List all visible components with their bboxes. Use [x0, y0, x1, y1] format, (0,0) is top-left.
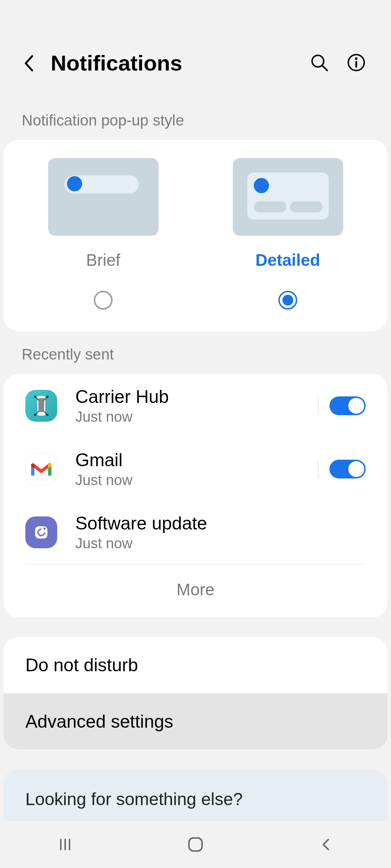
detailed-label: Detailed — [256, 250, 320, 270]
detailed-radio[interactable] — [278, 291, 297, 310]
page-title: Notifications — [51, 51, 310, 76]
advanced-settings-row[interactable]: Advanced settings — [4, 694, 387, 749]
more-button[interactable]: More — [25, 564, 366, 617]
info-icon — [347, 53, 366, 72]
home-nav-button[interactable] — [183, 832, 208, 857]
divider — [318, 460, 319, 478]
search-button[interactable] — [310, 53, 329, 73]
software-update-icon — [25, 516, 57, 548]
carrier-hub-icon — [25, 390, 57, 422]
header-actions — [310, 53, 366, 73]
app-row-carrier-hub[interactable]: Carrier Hub Just now — [4, 374, 387, 437]
app-name: Gmail — [75, 450, 307, 471]
divider — [318, 397, 319, 415]
app-name: Carrier Hub — [75, 386, 307, 407]
detailed-preview — [233, 158, 343, 236]
popup-style-card: Brief Detailed — [4, 140, 387, 331]
header: Notifications — [0, 0, 391, 97]
search-icon — [310, 53, 329, 72]
do-not-disturb-row[interactable]: Do not disturb — [4, 637, 387, 694]
toggle-gmail[interactable] — [329, 460, 366, 478]
recents-icon — [58, 837, 72, 852]
popup-option-detailed[interactable]: Detailed — [203, 158, 373, 310]
app-time: Just now — [75, 409, 307, 425]
brief-preview — [48, 158, 159, 236]
popup-option-brief[interactable]: Brief — [18, 158, 188, 310]
svg-point-3 — [355, 57, 358, 60]
recently-sent-section-label: Recently sent — [0, 331, 391, 374]
settings-card: Do not disturb Advanced settings — [4, 637, 387, 749]
info-button[interactable] — [347, 53, 366, 73]
app-time: Just now — [75, 472, 307, 488]
back-nav-button[interactable] — [313, 832, 339, 857]
back-nav-icon — [320, 837, 331, 852]
recents-nav-button[interactable] — [52, 832, 78, 857]
brief-radio[interactable] — [94, 291, 113, 310]
back-button[interactable] — [22, 56, 36, 71]
toggle-carrier-hub[interactable] — [329, 396, 366, 415]
app-row-gmail[interactable]: Gmail Just now — [4, 437, 387, 501]
recently-sent-card: Carrier Hub Just now Gmail Just now — [4, 374, 387, 617]
brief-label: Brief — [86, 250, 121, 270]
svg-rect-22 — [189, 838, 202, 851]
app-time: Just now — [75, 535, 366, 552]
app-row-software-update[interactable]: Software update Just now — [4, 501, 387, 564]
app-name: Software update — [75, 513, 366, 534]
svg-rect-6 — [38, 398, 44, 412]
svg-line-1 — [322, 65, 327, 71]
chevron-left-icon — [24, 55, 34, 72]
system-nav-bar — [0, 821, 391, 868]
popup-style-section-label: Notification pop-up style — [0, 97, 391, 140]
gmail-icon — [25, 453, 57, 485]
home-icon — [187, 836, 204, 853]
footer-question: Looking for something else? — [25, 789, 366, 809]
